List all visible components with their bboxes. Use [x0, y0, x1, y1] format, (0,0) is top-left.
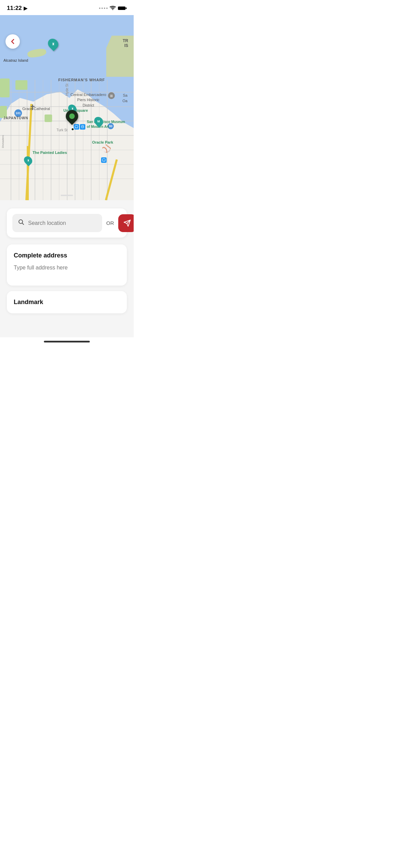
park-area-2: [0, 106, 7, 118]
status-bar: 11:22 ▶: [0, 0, 134, 14]
svg-line-11: [22, 223, 24, 225]
park-area-3: [15, 80, 27, 90]
svg-rect-5: [82, 125, 84, 128]
wifi-icon: [110, 6, 116, 11]
alcatraz-map-pin: [48, 38, 58, 49]
address-card-title: Complete address: [14, 252, 120, 259]
svg-rect-7: [102, 159, 105, 161]
bus-pin: [74, 124, 79, 130]
sfmoma-pin: [95, 117, 103, 126]
park-area-1: [0, 79, 10, 97]
complete-address-card: Complete address: [7, 244, 127, 286]
address-input[interactable]: [14, 265, 120, 271]
or-divider-text: OR: [106, 220, 114, 226]
park-area-4: [45, 114, 52, 122]
oracle-park-pin: ⚾: [102, 144, 111, 153]
search-input-wrapper[interactable]: [12, 214, 102, 232]
bottom-sheet: OR Complete address Landmark: [0, 200, 134, 337]
map-view[interactable]: 101 80 ⊞ Alcatraz Island FISHERMAN'S WHA…: [0, 15, 134, 200]
painted-ladies-pin: [24, 156, 32, 165]
train-pin: [80, 124, 85, 130]
use-location-button[interactable]: [118, 214, 134, 232]
selected-location-pin: [66, 110, 78, 122]
treasure-island: [106, 36, 134, 77]
signal-dots-icon: [99, 8, 108, 9]
status-time: 11:22 ▶: [7, 5, 27, 12]
search-icon: [18, 219, 25, 227]
search-container: OR: [7, 208, 127, 238]
svg-rect-1: [126, 8, 127, 9]
svg-rect-2: [75, 125, 78, 128]
battery-icon: [118, 6, 127, 11]
svg-point-8: [103, 161, 104, 161]
drag-handle[interactable]: [61, 195, 73, 196]
bridge-icon: ⊞: [108, 92, 115, 99]
highway-80-badge: 80: [108, 123, 114, 129]
home-indicator: [44, 341, 90, 342]
navigation-icon: [123, 219, 131, 227]
back-button[interactable]: [5, 34, 20, 49]
search-input[interactable]: [28, 220, 97, 226]
svg-point-4: [77, 128, 78, 128]
back-arrow-icon: [10, 38, 16, 45]
grace-cathedral-pin: ✝: [29, 103, 36, 112]
highway-101-badge: 101: [14, 109, 22, 117]
status-icons: [99, 6, 127, 11]
svg-point-3: [75, 128, 76, 128]
navigation-arrow-icon: ▶: [24, 5, 27, 11]
location-dot: [71, 128, 74, 131]
transit-pins: [74, 124, 85, 130]
landmark-card: Landmark: [7, 291, 127, 313]
landmark-card-title: Landmark: [14, 299, 120, 306]
svg-rect-0: [118, 7, 125, 10]
svg-point-9: [105, 161, 105, 161]
oracle-transit-pin: [101, 157, 107, 163]
